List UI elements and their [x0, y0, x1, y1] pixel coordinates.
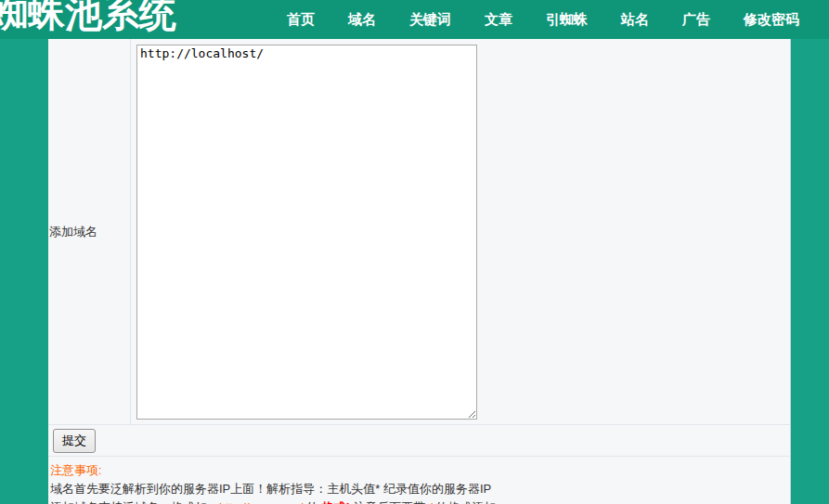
notes-format-url-example: http://xxxx.com/ [219, 500, 303, 504]
notes-format-seg-2: 的 [303, 500, 321, 504]
submit-row: 提交 [48, 425, 790, 457]
content-panel: 添加域名 http://localhost/ 提交 注意事项: 域名首先要泛解析… [48, 39, 791, 504]
main-nav: 首页 域名 关键词 文章 引蜘蛛 站名 广告 修改密码 [270, 0, 816, 39]
top-navigation-bar: 蜘蛛池系统 首页 域名 关键词 文章 引蜘蛛 站名 广告 修改密码 [0, 0, 829, 39]
add-domain-label: 添加域名 [48, 224, 97, 240]
nav-item-domains[interactable]: 域名 [331, 11, 393, 29]
add-domain-label-cell: 添加域名 [48, 39, 131, 424]
notes-line-dns: 域名首先要泛解析到你的服务器IP上面！解析指导：主机头值* 纪录值你的服务器IP [50, 480, 788, 498]
nav-item-change-password[interactable]: 修改密码 [727, 11, 816, 29]
nav-item-articles[interactable]: 文章 [468, 11, 529, 29]
notes-format-seg-3: 注意后面要带 [350, 500, 429, 504]
notes-format-warning: 格式! [322, 500, 350, 504]
submit-button[interactable]: 提交 [53, 429, 96, 453]
notes-format-seg-1: 添加域名支持泛域名，格式如： [50, 500, 219, 504]
page: 蜘蛛池系统 首页 域名 关键词 文章 引蜘蛛 站名 广告 修改密码 添加域名 h… [0, 0, 829, 504]
add-domain-row: 添加域名 http://localhost/ [48, 39, 790, 425]
add-domain-field-cell: http://localhost/ [131, 39, 790, 424]
nav-item-keywords[interactable]: 关键词 [393, 11, 468, 29]
notes-format-seg-4: 的格式添加 [433, 500, 497, 504]
site-logo[interactable]: 蜘蛛池系统 [0, 0, 176, 32]
domain-list-textarea[interactable]: http://localhost/ [136, 45, 477, 420]
notes-title: 注意事项: [50, 461, 788, 480]
nav-item-site-name[interactable]: 站名 [604, 11, 666, 29]
nav-item-attract-spiders[interactable]: 引蜘蛛 [529, 11, 604, 29]
nav-item-ads[interactable]: 广告 [666, 11, 727, 29]
notes-section: 注意事项: 域名首先要泛解析到你的服务器IP上面！解析指导：主机头值* 纪录值你… [48, 457, 790, 504]
notes-line-format: 添加域名支持泛域名，格式如：http://xxxx.com/ 的 格式! 注意后… [50, 498, 788, 504]
nav-item-home[interactable]: 首页 [270, 11, 331, 29]
